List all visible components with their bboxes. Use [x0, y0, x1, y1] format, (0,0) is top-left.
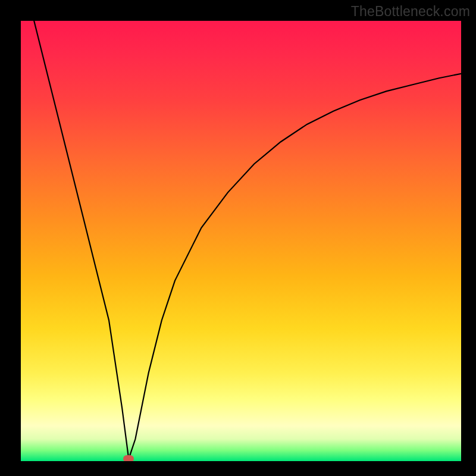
chart-frame: TheBottleneck.com [0, 0, 476, 476]
bottleneck-curve [21, 21, 461, 461]
watermark-text: TheBottleneck.com [351, 4, 470, 20]
optimum-marker [123, 455, 134, 461]
plot-area [21, 21, 461, 461]
